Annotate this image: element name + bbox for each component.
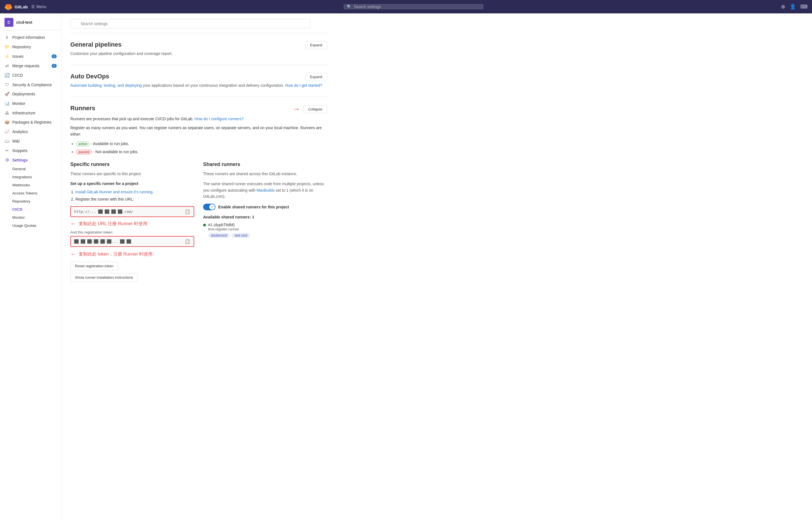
active-badge: active xyxy=(76,141,90,147)
subitem-cicd[interactable]: CI/CD ← xyxy=(0,205,61,213)
runner-entry: #1 (dypbT6dM) first-register-runner dock… xyxy=(203,223,327,238)
paused-badge: paused xyxy=(76,150,92,155)
subitem-integrations[interactable]: Integrations xyxy=(0,173,61,181)
runner-token-box: ██ ██ ██-██-██-██... ██ ██ 📋 xyxy=(70,236,194,247)
sidebar-item-label: Settings xyxy=(12,158,28,162)
install-runner-link[interactable]: Install GitLab Runner and ensure it's ru… xyxy=(75,190,154,194)
global-search[interactable]: 🔍 xyxy=(344,4,483,9)
runners-desc1: Runners are processes that pick up and e… xyxy=(70,116,327,122)
sidebar: C cicd-test ℹ Project information 📁 Repo… xyxy=(0,14,61,520)
sidebar-item-analytics[interactable]: 📈 Analytics xyxy=(0,127,61,136)
url-arrow: ← xyxy=(70,220,76,227)
shared-runners-desc2: The same shared runner executes code fro… xyxy=(203,181,327,200)
subitem-repository[interactable]: Repository xyxy=(0,197,61,205)
keyboard-icon[interactable]: ⌨ xyxy=(800,4,808,10)
maxbuilds-link[interactable]: MaxBuilds xyxy=(256,188,275,192)
monitor-icon: 📊 xyxy=(4,101,9,106)
show-instructions-button[interactable]: Show runner installation instructions xyxy=(70,273,138,282)
sidebar-item-label: Project information xyxy=(12,35,45,40)
sidebar-item-infrastructure[interactable]: 🖧 Infrastructure xyxy=(0,108,61,118)
available-runners-count: Available shared runners: 1 xyxy=(203,215,327,219)
step1: Install GitLab Runner and ensure it's ru… xyxy=(75,188,194,196)
subitem-webhooks[interactable]: Webhooks xyxy=(0,181,61,189)
sidebar-item-monitor[interactable]: 📊 Monitor xyxy=(0,99,61,108)
configure-runners-link[interactable]: How do I configure runners? xyxy=(195,116,244,121)
token-label: And this registration token: xyxy=(70,230,194,234)
sidebar-item-cicd[interactable]: 🔄 CI/CD xyxy=(0,71,61,80)
specific-runners-col: Specific runners These runners are speci… xyxy=(70,161,194,285)
shared-runners-title: Shared runners xyxy=(203,161,327,167)
toggle-knob: ✓ xyxy=(209,204,215,210)
project-header[interactable]: C cicd-test xyxy=(0,14,61,30)
runners-title: Runners xyxy=(70,105,95,112)
profile-icon[interactable]: 👤 xyxy=(790,4,796,10)
token-arrow: ← xyxy=(70,251,76,258)
subitem-access-tokens[interactable]: Access Tokens xyxy=(0,189,61,197)
setup-steps: Install GitLab Runner and ensure it's ru… xyxy=(75,188,194,203)
info-icon: ℹ xyxy=(4,35,9,40)
hamburger-icon: ☰ xyxy=(31,4,35,9)
copy-token-icon[interactable]: 📋 xyxy=(185,239,190,244)
sidebar-item-settings[interactable]: ⚙ Settings ← xyxy=(0,155,61,165)
sidebar-item-security[interactable]: 🛡 Security & Compliance xyxy=(0,80,61,89)
subitem-usage-quotas[interactable]: Usage Quotas xyxy=(0,222,61,230)
runner-url-box: http://... ██ ██ ██ ██.com/ 📋 xyxy=(70,206,194,217)
sidebar-nav: ℹ Project information 📁 Repository ⚡ Iss… xyxy=(0,30,61,232)
subitem-general[interactable]: General xyxy=(0,165,61,173)
runners-columns: Specific runners These runners are speci… xyxy=(70,161,327,285)
general-pipelines-expand-button[interactable]: Expand xyxy=(305,41,327,49)
snippets-icon: ✂ xyxy=(4,148,9,153)
wiki-icon: 📖 xyxy=(4,139,9,144)
shared-runners-desc1: These runners are shared across this Git… xyxy=(203,171,327,177)
sidebar-item-wiki[interactable]: 📖 Wiki xyxy=(0,136,61,146)
infrastructure-icon: 🖧 xyxy=(4,110,9,115)
runners-desc2: Register as many runners as you want. Yo… xyxy=(70,125,327,137)
reset-token-button[interactable]: Reset registration token xyxy=(70,262,118,270)
merge-badge: 0 xyxy=(52,64,57,68)
folder-icon: 📁 xyxy=(4,44,9,49)
shared-runners-col: Shared runners These runners are shared … xyxy=(203,161,327,285)
auto-devops-title: Auto DevOps xyxy=(70,73,109,80)
menu-toggle[interactable]: ☰ Menu xyxy=(31,4,46,9)
global-search-input[interactable] xyxy=(354,4,480,9)
subitem-monitor[interactable]: Monitor xyxy=(0,213,61,222)
runners-bullets: active - Available to run jobs. paused -… xyxy=(76,140,327,155)
shield-icon: 🛡 xyxy=(4,82,9,87)
sidebar-item-label: Analytics xyxy=(12,129,28,134)
automate-link[interactable]: Automate building, testing, and deployin… xyxy=(70,83,142,87)
toggle-label: Enable shared runners for this project xyxy=(218,205,289,209)
shared-runners-toggle[interactable]: ✓ xyxy=(203,204,215,210)
sidebar-item-repository[interactable]: 📁 Repository xyxy=(0,42,61,52)
sidebar-item-label: Issues xyxy=(12,54,23,58)
plus-icon[interactable]: ⊕ xyxy=(781,4,785,10)
general-pipelines-title: General pipelines xyxy=(70,41,121,48)
specific-runners-title: Specific runners xyxy=(70,161,194,167)
collapse-btn-wrap: → Collapse xyxy=(292,105,327,113)
sidebar-item-snippets[interactable]: ✂ Snippets xyxy=(0,146,61,155)
sidebar-item-issues[interactable]: ⚡ Issues 0 xyxy=(0,52,61,61)
sidebar-item-label: Repository xyxy=(12,45,31,49)
specific-runners-desc: These runners are specific to this proje… xyxy=(70,171,194,177)
active-bullet: active - Available to run jobs. xyxy=(76,140,327,147)
cicd-icon: 🔄 xyxy=(4,73,9,78)
sidebar-item-label: CI/CD xyxy=(12,73,23,78)
runner-token-value: ██ ██ ██-██-██-██... ██ ██ xyxy=(74,239,131,243)
sidebar-item-label: Monitor xyxy=(12,101,25,106)
runners-collapse-button[interactable]: Collapse xyxy=(303,105,327,113)
get-started-link[interactable]: How do I get started? xyxy=(285,83,322,87)
auto-devops-expand-button[interactable]: Expand xyxy=(305,73,327,81)
copy-url-icon[interactable]: 📋 xyxy=(185,209,190,214)
paused-bullet: paused - Not available to run jobs. xyxy=(76,149,327,155)
runner-tag-testcicd: test-cicd xyxy=(232,233,250,238)
settings-icon: ⚙ xyxy=(4,158,9,163)
deployments-icon: 🚀 xyxy=(4,92,9,97)
gitlab-logo[interactable]: GitLab xyxy=(4,3,28,10)
token-annotation: 复制此处 token，注册 Runner 时使用 xyxy=(79,251,153,257)
sidebar-item-deployments[interactable]: 🚀 Deployments xyxy=(0,89,61,99)
sidebar-item-project-information[interactable]: ℹ Project information xyxy=(0,33,61,42)
sidebar-item-packages[interactable]: 📦 Packages & Registries xyxy=(0,118,61,127)
runner-id: #1 (dypbT6dM) xyxy=(208,223,250,227)
settings-search-input[interactable] xyxy=(70,19,310,28)
gitlab-label: GitLab xyxy=(15,4,28,9)
sidebar-item-merge-requests[interactable]: ⇄ Merge requests 0 xyxy=(0,61,61,71)
